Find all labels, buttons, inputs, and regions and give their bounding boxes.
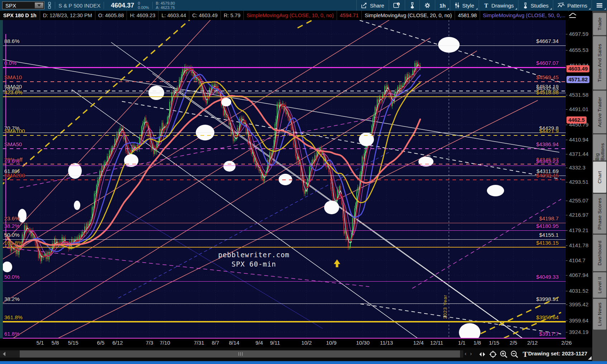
style-button[interactable]: Style (450, 0, 478, 11)
timeframe-label: 1h (440, 3, 446, 9)
settings-button[interactable] (419, 0, 435, 11)
patterns-icon (558, 3, 565, 8)
price-axis[interactable]: 4697.594655.534613.844531.584491.014450.… (566, 20, 592, 339)
timeframe-button[interactable]: 1h (435, 0, 450, 11)
share-label: Share (370, 3, 384, 9)
news-button[interactable]: i (389, 0, 405, 11)
moving-average-lines (5, 64, 420, 257)
zoom-out-icon[interactable] (510, 350, 519, 359)
trading-platform-window: { "colors": { "toolbar_bg": "#0e3c59", "… (0, 0, 607, 364)
date-tick-label: 2/12 (522, 340, 542, 346)
price-tick-label: 4531.58 (569, 92, 588, 98)
symbol-dropdown-icon[interactable] (35, 3, 43, 8)
price-tick-label: 4332.3 (569, 164, 585, 171)
price-tick-label: 4067.94 (569, 272, 588, 278)
price-tick-label: 4031.52 (569, 288, 588, 294)
study-label[interactable]: SimpleMovingAvg (CLOSE, 20, 0, no) (362, 11, 455, 20)
axis-tick-mark (566, 109, 568, 110)
chevron-corner-icon (550, 8, 552, 10)
year-divider-label: 2023 Year (442, 279, 448, 319)
ma-line (5, 69, 420, 257)
ma-line (5, 65, 420, 257)
axis-tick-mark (566, 182, 568, 182)
highlight-ellipse (279, 174, 292, 185)
sidebar-tab-phase-scores[interactable]: Phase Scores (593, 194, 606, 234)
price-tick-label: 3995.42 (569, 301, 588, 307)
crosshair-icon[interactable] (488, 350, 498, 359)
right-sidebar: TradeTimes And SalesActive TraderBig But… (592, 11, 607, 361)
security-name: S & P 500 INDEX (58, 3, 100, 9)
highlight-ellipses (3, 37, 504, 339)
last-price: 4604.37 (111, 2, 134, 9)
menu-button[interactable] (592, 0, 607, 11)
ohlc-field: H: 4609.23 (127, 11, 158, 20)
svg-text:T: T (484, 3, 488, 8)
change-block: 0 0.00% (138, 1, 149, 10)
share-button[interactable]: Share (356, 0, 389, 11)
date-axis[interactable]: 5/15/85/156/56/127/37/107/318/78/149/49/… (0, 339, 592, 348)
sidebar-tab-active-trader[interactable]: Active Trader (593, 91, 606, 133)
chevron-corner-icon (515, 8, 517, 10)
axis-tick-mark (566, 154, 568, 154)
axis-tick-mark (566, 245, 568, 246)
highlight-ellipse (124, 154, 138, 167)
sidebar-tab-live-news[interactable]: Live News (593, 299, 606, 330)
price-tick-label: 4410.94 (569, 136, 588, 143)
trend-line (298, 20, 345, 28)
svg-text:i: i (398, 3, 399, 5)
highlight-ellipse (74, 201, 80, 210)
divider (55, 2, 55, 9)
date-tick-label: 5/8 (45, 340, 65, 346)
flask-button[interactable] (405, 0, 419, 11)
divider (152, 2, 153, 9)
chart-plot-area[interactable] (3, 20, 566, 339)
scroll-step-buttons[interactable]: ‹› (465, 350, 475, 356)
study-value: 4581.98 (455, 11, 480, 20)
axis-tick-mark (566, 215, 568, 215)
price-tick-label: 4104.7 (569, 257, 585, 263)
symbol-input[interactable]: SPX (2, 1, 44, 9)
highlight-ellipse (196, 125, 214, 140)
price-tick-label: 4141.78 (569, 242, 588, 248)
scrollbar-thumb[interactable] (20, 350, 460, 358)
sidebar-tab-trade[interactable]: Trade (593, 13, 606, 35)
axis-tick-mark (566, 321, 568, 321)
highlight-ellipse (438, 37, 460, 53)
axis-tick-mark (566, 275, 568, 276)
bid-ask-block: B: 4579.80 A: 4623.75 (156, 1, 175, 10)
pan-icon[interactable] (478, 350, 487, 359)
scroll-left-icon[interactable] (0, 350, 7, 358)
drawings-button[interactable]: T Drawings (479, 0, 518, 11)
study-fields: SimpleMovingAvg (CLOSE, 10, 0, no)4594.7… (244, 11, 569, 20)
study-label[interactable]: SimpleMovingAvg (CLOSE, 50, 0,... (480, 11, 569, 20)
horizontal-scrollbar[interactable] (0, 350, 463, 358)
sidebar-tab-chart[interactable]: Chart (593, 162, 606, 193)
patterns-label: Patterns (567, 3, 587, 9)
sidebar-tab-big-buttons[interactable]: Big Buttons (593, 134, 606, 161)
chevron-corner-icon (589, 8, 591, 10)
studies-button[interactable]: Studies (518, 0, 553, 11)
trend-line (111, 42, 527, 339)
resize-corner-icon[interactable] (588, 356, 592, 360)
watermark-line2: SPX 60-min (198, 259, 309, 269)
patterns-button[interactable]: Patterns (553, 0, 592, 11)
left-edge-strip (0, 20, 3, 348)
auto-fit-icon[interactable] (567, 11, 578, 20)
bid-value: B: 4579.80 (156, 1, 175, 5)
price-tick-label: 4491.01 (569, 106, 588, 112)
date-tick-label: 10/30 (353, 340, 373, 346)
axis-tick-mark (566, 332, 568, 332)
date-tick-label: 8/7 (205, 340, 226, 346)
sidebar-tab-dashboard[interactable]: Dashboard (593, 235, 606, 271)
trend-line (3, 20, 222, 247)
sidebar-tab-level-ii[interactable]: Level II (593, 272, 606, 298)
zoom-in-icon[interactable] (499, 350, 508, 359)
studies-label: Studies (531, 3, 549, 9)
change-percent: 0.00% (138, 5, 149, 10)
sidebar-tab-times-and-sales[interactable]: Times And Sales (593, 36, 606, 90)
price-tick-label: 4255.07 (569, 197, 588, 203)
link-icon[interactable] (47, 2, 52, 9)
style-label: Style (462, 3, 474, 9)
chevron-corner-icon (604, 8, 606, 10)
study-label[interactable]: SimpleMovingAvg (CLOSE, 10, 0, no) (244, 11, 337, 20)
